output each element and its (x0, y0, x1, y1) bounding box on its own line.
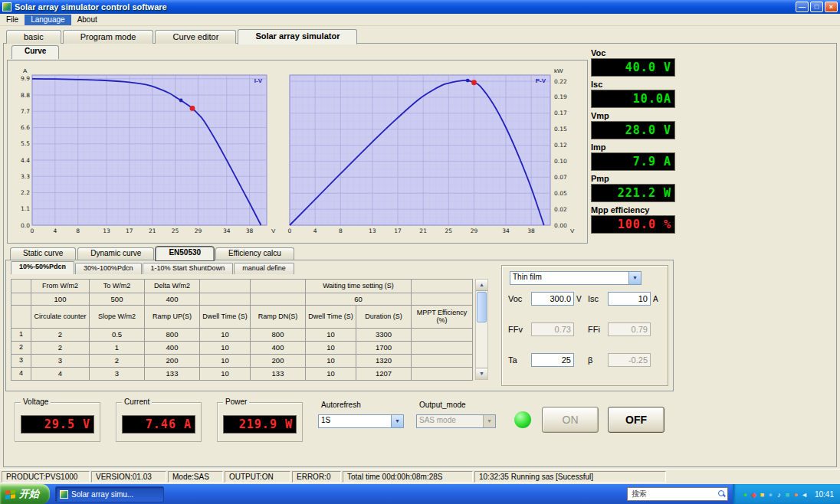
table-cell[interactable]: 800 (145, 329, 200, 342)
tray-icon-8[interactable]: ◄ (800, 491, 809, 499)
tab-basic[interactable]: basic (6, 30, 61, 44)
tray-icon-3[interactable]: ■ (758, 491, 766, 499)
start-button[interactable]: 开始 (0, 484, 50, 504)
tray-icon-2[interactable]: ◆ (750, 491, 758, 499)
table-cell[interactable]: 10 (200, 355, 251, 368)
search-icon[interactable] (718, 490, 726, 498)
tab-curve-editor[interactable]: Curve editor (155, 30, 236, 44)
table-scrollbar[interactable]: ▲ ▼ (475, 279, 488, 380)
off-button[interactable]: OFF (608, 407, 664, 433)
svg-text:29: 29 (195, 227, 202, 234)
tray-icon-1[interactable]: ● (741, 491, 750, 499)
minimize-button[interactable]: — (796, 2, 809, 12)
led-pmp: Pmp221.2 W (591, 174, 675, 202)
model-select-value: Thin film (510, 272, 628, 284)
table-cell[interactable]: 2 (90, 355, 145, 368)
table-cell[interactable]: 1 (90, 342, 145, 355)
table-cell[interactable]: 133 (251, 368, 306, 381)
table-header-cell: Duration (S) (356, 306, 412, 329)
table-cell[interactable]: 200 (251, 355, 306, 368)
tray-icon-4[interactable]: ● (766, 491, 775, 499)
output-status-led (514, 411, 531, 428)
param-field-ta[interactable]: 25 (531, 353, 574, 367)
taskbar-task-solar-array[interactable]: Solar array simu... (55, 486, 164, 502)
svg-text:4: 4 (53, 227, 57, 234)
menu-about[interactable]: About (71, 15, 103, 25)
table-cell[interactable]: 1207 (356, 368, 412, 381)
table-cell[interactable]: 1700 (356, 342, 412, 355)
table-cell[interactable]: 500 (90, 293, 145, 306)
scroll-thumb[interactable] (477, 292, 487, 322)
table-cell[interactable]: 4 (31, 368, 90, 381)
table-cell[interactable]: 3300 (356, 329, 412, 342)
titlebar: Solar array simulator control software —… (0, 0, 840, 14)
scroll-up-icon[interactable]: ▲ (476, 280, 487, 291)
tab-dynamic-curve[interactable]: Dynamic curve (77, 247, 154, 260)
table-cell[interactable] (412, 355, 473, 368)
table-cell[interactable]: 800 (251, 329, 306, 342)
table-header-cell: Ramp DN(S) (251, 306, 306, 329)
tray-icon-5[interactable]: ♪ (775, 491, 783, 499)
chevron-down-icon[interactable]: ▼ (628, 272, 641, 284)
chevron-down-icon[interactable]: ▼ (391, 415, 403, 427)
scroll-down-icon[interactable]: ▼ (476, 368, 487, 379)
svg-text:13: 13 (369, 227, 376, 234)
led-imp: Imp7.9 A (591, 142, 675, 171)
table-cell[interactable]: 0.5 (90, 329, 145, 342)
power-display: 219.9 W (223, 415, 297, 434)
tray-icon-6[interactable]: ■ (783, 491, 792, 499)
table-cell[interactable]: 10 (200, 342, 251, 355)
subtab-1-10-start-shuntdown[interactable]: 1-10% Start ShuntDown (143, 263, 234, 274)
table-cell[interactable]: 10 (306, 329, 356, 342)
table-cell[interactable] (412, 368, 473, 381)
svg-text:8: 8 (339, 227, 343, 234)
table-cell[interactable] (412, 342, 473, 355)
tab-solar-array-simulator[interactable]: Solar array simulator (238, 29, 357, 44)
table-header-cell (11, 293, 31, 306)
tab-en50530[interactable]: EN50530 (156, 247, 214, 260)
table-cell[interactable]: 10 (200, 368, 251, 381)
table-cell[interactable]: 10 (200, 329, 251, 342)
autorefresh-select[interactable]: 1S ▼ (318, 414, 404, 428)
on-button[interactable]: ON (542, 407, 599, 433)
svg-text:4: 4 (313, 227, 317, 234)
search-input[interactable]: 搜索 (629, 489, 718, 499)
table-cell[interactable]: 200 (145, 355, 200, 368)
subtab-manual-define[interactable]: manual define (234, 263, 294, 274)
table-cell[interactable]: 133 (145, 368, 200, 381)
table-cell[interactable] (412, 329, 473, 342)
table-cell[interactable]: 2 (31, 329, 90, 342)
table-cell[interactable]: 1320 (356, 355, 412, 368)
tab-program-mode[interactable]: Program mode (63, 30, 154, 44)
tray-icon-7[interactable]: ● (792, 491, 800, 499)
table-cell[interactable]: 400 (145, 293, 200, 306)
svg-text:0.0: 0.0 (21, 222, 30, 229)
param-field-isc[interactable]: 10 (608, 292, 651, 306)
subtab-10-50-pdcn[interactable]: 10%-50%Pdcn (11, 261, 74, 274)
taskbar-search[interactable]: 搜索 (627, 487, 728, 501)
table-cell[interactable]: 100 (31, 293, 90, 306)
menu-language[interactable]: Language (25, 15, 71, 25)
tab-efficiency-calcu[interactable]: Efficiency calcu (215, 247, 294, 260)
param-field-voc[interactable]: 300.0 (531, 292, 574, 306)
tab-static-curve[interactable]: Static curve (10, 247, 76, 260)
table-cell[interactable]: 10 (306, 342, 356, 355)
menu-file[interactable]: File (0, 15, 25, 25)
table-cell[interactable]: 60 (306, 293, 412, 306)
subtab-30-100-pdcn[interactable]: 30%-100%Pdcn (75, 263, 142, 274)
model-select[interactable]: Thin film ▼ (510, 271, 641, 285)
maximize-button[interactable]: □ (810, 2, 823, 12)
table-cell[interactable]: 3 (90, 368, 145, 381)
table-cell[interactable]: 10 (306, 368, 356, 381)
close-button[interactable]: × (825, 2, 838, 12)
table-cell[interactable]: 400 (251, 342, 306, 355)
autorefresh-label: Autorefresh (321, 401, 361, 409)
table-cell[interactable]: 3 (31, 355, 90, 368)
voltage-display: 29.5 V (21, 415, 94, 434)
table-cell[interactable]: 400 (145, 342, 200, 355)
table-cell[interactable]: 2 (31, 342, 90, 355)
svg-text:V: V (271, 227, 276, 234)
tab-curve[interactable]: Curve (11, 45, 59, 59)
table-header-cell: MPPT Efficiency (%) (412, 306, 473, 329)
table-cell[interactable]: 10 (306, 355, 356, 368)
